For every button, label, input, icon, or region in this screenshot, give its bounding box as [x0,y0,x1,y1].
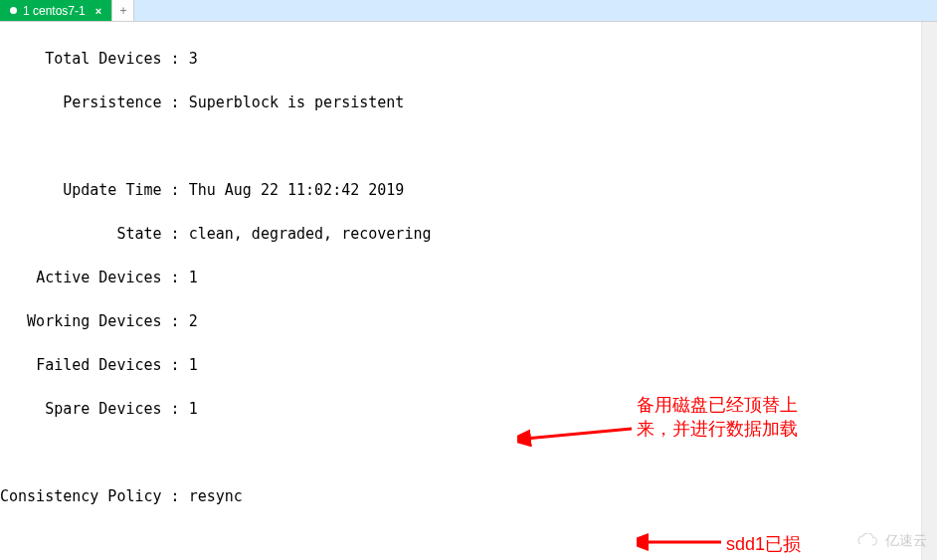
terminal-output: Total Devices : 3 Persistence : Superblo… [0,22,937,560]
annotation-faulty: sdd1已损 [726,532,801,556]
tab-bar: 1 centos7-1 × ＋ [0,0,937,22]
new-tab-button[interactable]: ＋ [112,0,134,21]
session-tab[interactable]: 1 centos7-1 × [0,0,112,21]
close-icon[interactable]: × [95,5,101,17]
status-dot-icon [10,7,17,14]
scrollbar[interactable] [921,22,937,560]
tab-strip [134,0,937,21]
annotation-spare: 备用磁盘已经顶替上 来，并进行数据加载 [637,393,865,441]
watermark-text: 亿速云 [885,532,927,550]
tab-label: 1 centos7-1 [23,4,86,18]
cloud-icon [853,533,879,549]
watermark: 亿速云 [853,532,927,550]
